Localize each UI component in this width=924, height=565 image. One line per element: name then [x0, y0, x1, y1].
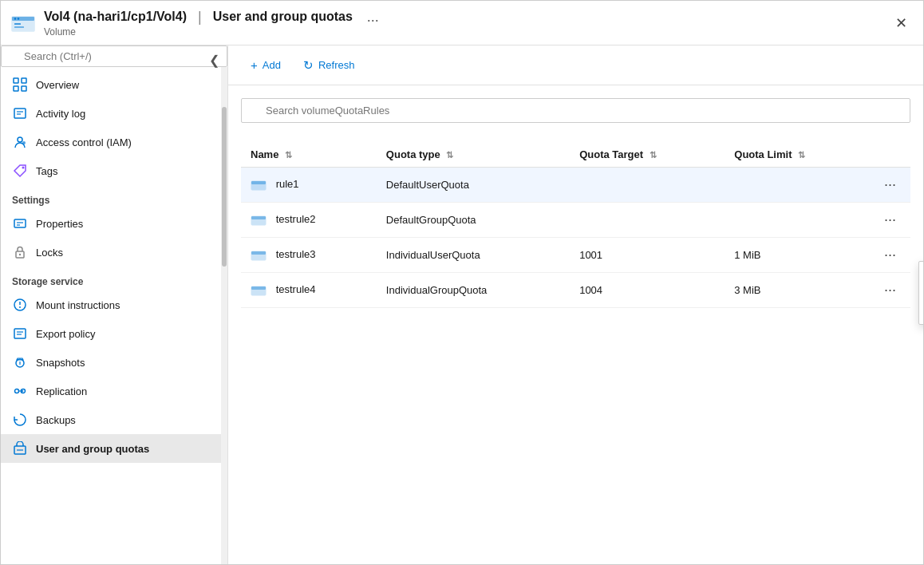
export-policy-icon — [12, 326, 28, 342]
sidebar-item-overview[interactable]: Overview — [1, 70, 227, 99]
row2-actions-cell: ··· — [870, 203, 910, 238]
sidebar-item-access-control[interactable]: Access control (IAM) — [1, 128, 227, 156]
sidebar-scrollbar-thumb[interactable] — [222, 107, 227, 267]
quota-target-sort-icon: ⇅ — [650, 150, 657, 160]
add-label: Add — [263, 59, 281, 71]
title-group: Vol4 (na-hari1/cp1/Vol4) | User and grou… — [44, 9, 379, 38]
svg-point-15 — [22, 167, 25, 169]
quota-limit-sort-icon: ⇅ — [798, 150, 805, 160]
volume-subtitle: Volume — [44, 26, 379, 38]
row4-quota-type-cell: IndividualGroupQuota — [377, 273, 570, 308]
overview-icon — [12, 77, 28, 93]
content-area: + Add ↻ Refresh 🔍 — [228, 45, 923, 564]
activity-log-icon — [12, 105, 28, 121]
sidebar: 🔍 ❮ Overview — [1, 45, 228, 564]
context-menu-edit[interactable]: Edit — [919, 265, 923, 293]
svg-rect-41 — [251, 286, 266, 290]
row4-quota-limit-cell: 3 MiB — [725, 273, 870, 308]
row2-name-cell: testrule2 — [241, 203, 377, 238]
table-header-row: Name ⇅ Quota type ⇅ Quota Target ⇅ — [241, 142, 910, 168]
table-search-input[interactable] — [241, 98, 910, 123]
user-group-quotas-icon — [12, 441, 28, 456]
table-row[interactable]: testrule3 IndividualUserQuota 1001 1 MiB… — [241, 238, 910, 273]
close-button[interactable]: ✕ — [889, 11, 914, 35]
storage-section-header: Storage service — [1, 267, 227, 290]
sidebar-item-access-control-label: Access control (IAM) — [36, 136, 132, 148]
sidebar-item-export-policy-label: Export policy — [36, 328, 95, 340]
col-quota-limit[interactable]: Quota Limit ⇅ — [725, 142, 870, 168]
row1-more-button[interactable]: ··· — [879, 175, 901, 195]
sidebar-item-locks-label: Locks — [36, 247, 63, 259]
svg-point-3 — [18, 18, 19, 19]
tags-icon — [12, 163, 28, 179]
table-row[interactable]: testrule2 DefaultGroupQuota ··· — [241, 203, 910, 238]
svg-rect-5 — [14, 26, 24, 28]
page-title: User and group quotas — [213, 10, 353, 24]
svg-rect-24 — [14, 329, 26, 338]
row4-more-button[interactable]: ··· — [879, 280, 901, 300]
volume-name: Vol4 (na-hari1/cp1/Vol4) — [44, 10, 187, 24]
sidebar-scrollbar-track[interactable] — [221, 67, 227, 564]
toolbar: + Add ↻ Refresh — [228, 45, 923, 85]
title-ellipsis[interactable]: ... — [367, 9, 379, 26]
row1-quota-type-cell: DefaultUserQuota — [377, 168, 570, 203]
row4-name-cell: testrule4 — [241, 273, 377, 308]
context-menu: Edit Delete — [918, 261, 923, 325]
context-menu-delete[interactable]: Delete — [919, 293, 923, 321]
mount-instructions-icon — [12, 297, 28, 313]
svg-point-20 — [19, 254, 21, 255]
search-input[interactable] — [1, 45, 227, 67]
add-icon: + — [251, 58, 258, 72]
col-name[interactable]: Name ⇅ — [241, 142, 377, 168]
name-sort-icon: ⇅ — [285, 150, 292, 160]
sidebar-item-snapshots[interactable]: Snapshots — [1, 348, 227, 377]
col-quota-target[interactable]: Quota Target ⇅ — [570, 142, 725, 168]
refresh-label: Refresh — [318, 59, 355, 71]
refresh-button[interactable]: ↻ Refresh — [294, 54, 365, 77]
svg-rect-16 — [14, 219, 26, 227]
sidebar-item-export-policy[interactable]: Export policy — [1, 319, 227, 348]
collapse-button[interactable]: ❮ — [209, 53, 219, 68]
svg-rect-37 — [251, 216, 266, 219]
add-button[interactable]: + Add — [241, 54, 290, 76]
sidebar-item-user-group-quotas-label: User and group quotas — [36, 443, 149, 455]
table-row[interactable]: rule1 DefaultUserQuota ··· — [241, 168, 910, 203]
sidebar-item-locks[interactable]: Locks — [1, 238, 227, 267]
row3-quota-type-cell: IndividualUserQuota — [377, 238, 570, 273]
svg-rect-6 — [14, 78, 18, 83]
svg-rect-4 — [14, 23, 21, 25]
sidebar-item-mount-instructions[interactable]: Mount instructions — [1, 290, 227, 319]
sidebar-item-tags[interactable]: Tags — [1, 156, 227, 185]
col-actions — [870, 142, 910, 168]
svg-point-14 — [22, 141, 26, 144]
title-separator: | — [198, 9, 202, 26]
sidebar-item-activity-log-label: Activity log — [36, 108, 85, 120]
sidebar-item-replication[interactable]: Replication — [1, 377, 227, 405]
row2-quota-target-cell — [570, 203, 725, 238]
sidebar-item-backups[interactable]: Backups — [1, 405, 227, 434]
replication-icon — [12, 383, 28, 399]
svg-point-29 — [15, 389, 19, 393]
svg-rect-9 — [22, 86, 26, 91]
svg-point-23 — [19, 306, 21, 308]
col-quota-type[interactable]: Quota type ⇅ — [377, 142, 570, 168]
svg-rect-10 — [14, 109, 26, 118]
quota-rules-table: Name ⇅ Quota type ⇅ Quota Target ⇅ — [241, 142, 910, 308]
table-area: 🔍 Name ⇅ Quota type ⇅ — [228, 85, 923, 564]
row3-more-button[interactable]: ··· — [879, 245, 901, 265]
locks-icon — [12, 244, 28, 260]
sidebar-item-properties[interactable]: Properties — [1, 209, 227, 238]
row3-quota-target-cell: 1001 — [570, 238, 725, 273]
sidebar-nav: Overview Activity log Access control (IA… — [1, 67, 227, 466]
backups-icon — [12, 412, 28, 428]
table-row[interactable]: testrule4 IndividualGroupQuota 1004 3 Mi… — [241, 273, 910, 308]
row2-more-button[interactable]: ··· — [879, 210, 901, 230]
sidebar-item-user-group-quotas[interactable]: User and group quotas — [1, 434, 227, 463]
row1-quota-limit-cell — [725, 168, 870, 203]
title-bar: Vol4 (na-hari1/cp1/Vol4) | User and grou… — [1, 1, 923, 45]
row1-actions-cell: ··· — [870, 168, 910, 203]
sidebar-item-activity-log[interactable]: Activity log — [1, 99, 227, 128]
settings-section-header: Settings — [1, 185, 227, 209]
row4-quota-target-cell: 1004 — [570, 273, 725, 308]
svg-rect-7 — [22, 78, 26, 83]
